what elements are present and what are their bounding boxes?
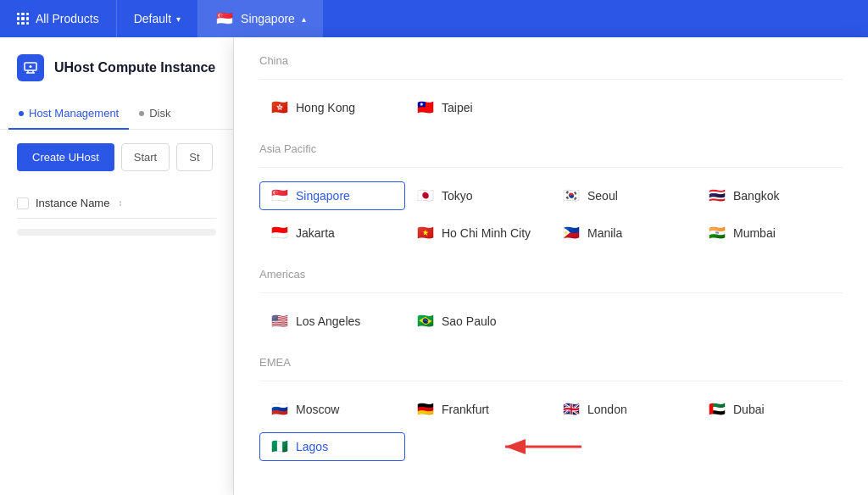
tab-host-label: Host Management xyxy=(29,107,119,120)
chevron-up-icon: ▴ xyxy=(302,14,306,24)
city-los-angeles[interactable]: 🇺🇸 Los Angeles xyxy=(259,307,405,336)
moscow-label: Moscow xyxy=(296,403,339,416)
frankfurt-label: Frankfurt xyxy=(442,403,489,416)
bangkok-flag-icon: 🇹🇭 xyxy=(708,189,726,203)
asia-pacific-cities-grid: 🇸🇬 Singapore 🇯🇵 Tokyo 🇰🇷 Seoul 🇹🇭 Bangko… xyxy=(259,181,843,248)
top-navigation: All Products Default ▾ 🇸🇬 Singapore ▴ xyxy=(0,0,868,37)
dubai-label: Dubai xyxy=(733,403,765,416)
americas-divider xyxy=(259,292,843,293)
hong-kong-label: Hong Kong xyxy=(296,101,355,114)
manila-label: Manila xyxy=(587,226,622,240)
frankfurt-flag-icon: 🇩🇪 xyxy=(416,403,435,416)
seoul-flag-icon: 🇰🇷 xyxy=(562,189,581,203)
sao-paulo-flag-icon: 🇧🇷 xyxy=(416,314,435,328)
all-products-label: All Products xyxy=(36,12,99,25)
city-tokyo[interactable]: 🇯🇵 Tokyo xyxy=(405,181,551,210)
table-header: Instance Name ↕ xyxy=(17,188,216,219)
tab-host-management[interactable]: Host Management xyxy=(8,98,129,130)
tabs-row: Host Management Disk xyxy=(0,98,233,130)
city-dubai[interactable]: 🇦🇪 Dubai xyxy=(697,395,843,424)
mumbai-label: Mumbai xyxy=(733,226,776,240)
content-area: Create UHost Start St Instance Name ↕ xyxy=(0,130,233,249)
chevron-down-icon: ▾ xyxy=(176,14,181,24)
tab-disk[interactable]: Disk xyxy=(129,98,181,130)
tab-disk-dot-icon xyxy=(139,111,144,116)
americas-cities-grid: 🇺🇸 Los Angeles 🇧🇷 Sao Paulo xyxy=(259,307,843,336)
tab-disk-label: Disk xyxy=(149,107,170,120)
instance-name-col: Instance Name xyxy=(36,197,109,209)
region-china: China 🇭🇰 Hong Kong 🇹🇼 Taipei xyxy=(259,54,843,122)
taipei-flag-icon: 🇹🇼 xyxy=(416,101,435,114)
emea-divider xyxy=(259,381,843,381)
asia-pacific-region-title: Asia Pacific xyxy=(259,142,843,155)
emea-region-title: EMEA xyxy=(259,356,843,369)
moscow-flag-icon: 🇷🇺 xyxy=(270,403,289,416)
uhost-icon xyxy=(17,54,44,81)
city-singapore[interactable]: 🇸🇬 Singapore xyxy=(259,181,405,210)
singapore-nav[interactable]: 🇸🇬 Singapore ▴ xyxy=(198,0,323,37)
seoul-label: Seoul xyxy=(587,189,618,203)
china-region-title: China xyxy=(259,54,843,67)
london-label: London xyxy=(587,403,627,416)
city-ho-chi-minh[interactable]: 🇻🇳 Ho Chi Minh City xyxy=(405,219,551,248)
sidebar-title: UHost Compute Instance xyxy=(54,60,215,75)
arrow-annotation xyxy=(488,425,590,471)
city-lagos[interactable]: 🇳🇬 Lagos xyxy=(259,432,405,461)
action-bar: Create UHost Start St xyxy=(17,143,216,171)
city-moscow[interactable]: 🇷🇺 Moscow xyxy=(259,395,405,424)
region-asia-pacific: Asia Pacific 🇸🇬 Singapore 🇯🇵 Tokyo 🇰🇷 Se… xyxy=(259,142,843,248)
select-all-checkbox[interactable] xyxy=(17,197,29,209)
default-nav[interactable]: Default ▾ xyxy=(117,0,198,37)
city-manila[interactable]: 🇵🇭 Manila xyxy=(551,219,697,248)
tab-dot-icon xyxy=(19,111,24,116)
city-jakarta[interactable]: 🇮🇩 Jakarta xyxy=(259,219,405,248)
city-hong-kong[interactable]: 🇭🇰 Hong Kong xyxy=(259,93,405,122)
mumbai-flag-icon: 🇮🇳 xyxy=(708,226,726,240)
create-uhost-button[interactable]: Create UHost xyxy=(17,143,114,171)
default-label: Default xyxy=(134,12,171,25)
hong-kong-flag-icon: 🇭🇰 xyxy=(270,101,289,114)
arrow-icon xyxy=(488,425,590,468)
all-products-nav[interactable]: All Products xyxy=(0,0,117,37)
bangkok-label: Bangkok xyxy=(733,189,779,203)
asia-pacific-divider xyxy=(259,167,843,168)
region-americas: Americas 🇺🇸 Los Angeles 🇧🇷 Sao Paulo xyxy=(259,268,843,336)
start-button[interactable]: Start xyxy=(121,143,170,171)
china-cities-grid: 🇭🇰 Hong Kong 🇹🇼 Taipei xyxy=(259,93,843,122)
city-sao-paulo[interactable]: 🇧🇷 Sao Paulo xyxy=(405,307,551,336)
singapore-city-label: Singapore xyxy=(296,189,350,203)
scrollbar[interactable] xyxy=(17,229,216,236)
city-mumbai[interactable]: 🇮🇳 Mumbai xyxy=(697,219,843,248)
jakarta-label: Jakarta xyxy=(296,226,335,240)
ho-chi-minh-flag-icon: 🇻🇳 xyxy=(416,226,435,240)
tokyo-flag-icon: 🇯🇵 xyxy=(416,189,435,203)
sidebar-header: UHost Compute Instance xyxy=(0,54,233,98)
los-angeles-label: Los Angeles xyxy=(296,314,360,328)
city-seoul[interactable]: 🇰🇷 Seoul xyxy=(551,181,697,210)
sidebar: UHost Compute Instance Host Management D… xyxy=(0,37,234,495)
main-layout: UHost Compute Instance Host Management D… xyxy=(0,37,868,495)
tokyo-label: Tokyo xyxy=(442,189,473,203)
lagos-flag-icon: 🇳🇬 xyxy=(270,440,289,453)
city-taipei[interactable]: 🇹🇼 Taipei xyxy=(405,93,551,122)
city-london[interactable]: 🇬🇧 London xyxy=(551,395,697,424)
london-flag-icon: 🇬🇧 xyxy=(562,403,581,416)
americas-region-title: Americas xyxy=(259,268,843,281)
dubai-flag-icon: 🇦🇪 xyxy=(708,403,726,416)
sort-icon: ↕ xyxy=(118,198,122,208)
jakarta-flag-icon: 🇮🇩 xyxy=(270,226,289,240)
singapore-label: Singapore xyxy=(241,12,295,25)
singapore-city-flag-icon: 🇸🇬 xyxy=(270,189,289,203)
lagos-label: Lagos xyxy=(296,440,328,453)
china-divider xyxy=(259,79,843,80)
stop-button[interactable]: St xyxy=(176,143,212,171)
city-bangkok[interactable]: 🇹🇭 Bangkok xyxy=(697,181,843,210)
sao-paulo-label: Sao Paulo xyxy=(442,314,497,328)
ho-chi-minh-label: Ho Chi Minh City xyxy=(442,226,531,240)
manila-flag-icon: 🇵🇭 xyxy=(562,226,581,240)
city-frankfurt[interactable]: 🇩🇪 Frankfurt xyxy=(405,395,551,424)
los-angeles-flag-icon: 🇺🇸 xyxy=(270,314,289,328)
region-dropdown: China 🇭🇰 Hong Kong 🇹🇼 Taipei Asia Pacifi… xyxy=(234,37,868,495)
svg-point-4 xyxy=(30,65,32,68)
taipei-label: Taipei xyxy=(442,101,473,114)
